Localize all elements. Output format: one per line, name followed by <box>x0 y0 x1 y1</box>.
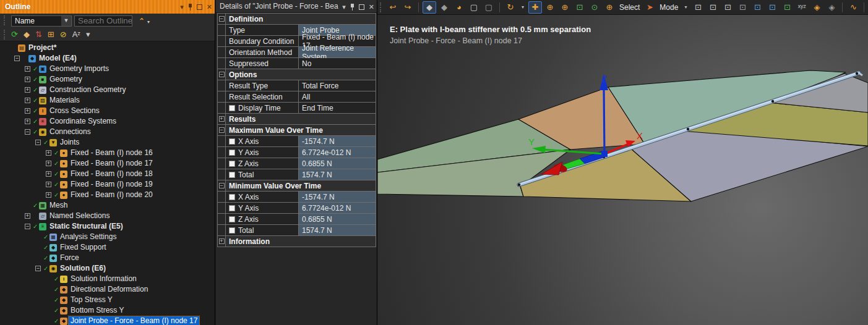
expand-icon[interactable]: + <box>46 171 51 177</box>
tree-item-geometry[interactable]: +✓■Geometry <box>0 74 215 85</box>
property-value[interactable]: 1574.7 N <box>299 225 376 235</box>
maximize-icon[interactable] <box>359 4 364 10</box>
tree-item-coordinate-systems[interactable]: +✓✳Coordinate Systems <box>0 116 215 127</box>
collapse-icon[interactable]: − <box>219 72 225 77</box>
tree-item-force[interactable]: ✓◆Force <box>0 253 215 263</box>
details-row-result-type[interactable]: Result TypeTotal Force <box>218 80 376 91</box>
chevron-down-icon[interactable]: ▼ <box>61 16 71 26</box>
zoom-scroll-icon[interactable]: ⊕ <box>603 1 616 14</box>
tree-item-static-structural-e5[interactable]: −✓≡Static Structural (E5) <box>0 221 215 232</box>
collapse-icon[interactable]: − <box>219 16 225 22</box>
checkbox[interactable] <box>229 105 235 111</box>
details-section-minimum-value-over-time[interactable]: −Minimum Value Over Time <box>218 180 376 192</box>
property-value[interactable]: 6.7724e-012 N <box>299 147 376 158</box>
extend-selection-icon[interactable]: ⊡ <box>750 1 764 14</box>
viewports-icon[interactable]: ◕ <box>452 1 466 14</box>
mode-caret-icon[interactable]: ▾ <box>682 1 689 14</box>
label-select[interactable]: Select <box>619 3 640 12</box>
drag-grip[interactable] <box>380 2 382 12</box>
outline-panel-header[interactable]: Outline ▾ ✕ <box>0 0 215 14</box>
tree-item-geometry-imports[interactable]: +✓▣Geometry Imports <box>0 64 215 74</box>
property-value[interactable]: 1574.7 N <box>299 169 376 180</box>
close-icon[interactable]: ✕ <box>369 0 374 14</box>
tree-item-project[interactable]: ✓▤Project* <box>0 43 215 53</box>
property-value[interactable]: 0.6855 N <box>299 214 376 224</box>
zoom-forward-icon[interactable]: ↪ <box>401 1 415 14</box>
maximize-icon[interactable] <box>197 4 202 10</box>
checkbox[interactable] <box>229 138 235 145</box>
eraser-icon[interactable]: ◆ <box>24 28 30 41</box>
expand-icon[interactable]: + <box>46 192 51 198</box>
zoom-fit-icon[interactable]: ⊙ <box>588 1 601 14</box>
collapse-icon[interactable]: − <box>14 56 20 61</box>
details-row-total[interactable]: Total1574.7 N <box>218 169 376 180</box>
iso-view-icon[interactable]: ◆ <box>423 1 436 14</box>
close-icon[interactable]: ✕ <box>207 0 212 14</box>
details-row-suppressed[interactable]: SuppressedNo <box>218 58 376 69</box>
panel-menu-caret-icon[interactable]: ▾ <box>180 0 184 14</box>
details-row-y-axis[interactable]: Y Axis6.7724e-012 N <box>218 203 376 214</box>
expand-icon[interactable]: + <box>25 77 30 82</box>
tree-item-fixed-beam-i-node-17[interactable]: +✓●Fixed - Beam (I) node 17 <box>0 158 215 169</box>
property-value[interactable]: -1574.7 N <box>299 192 376 202</box>
expand-icon[interactable]: + <box>219 238 225 244</box>
select-cursor-icon[interactable]: ➤ <box>643 1 656 14</box>
checkbox[interactable] <box>229 216 235 222</box>
expand-icon[interactable]: + <box>25 119 30 124</box>
pin-icon[interactable] <box>188 4 192 11</box>
look-at-icon[interactable]: ◆ <box>437 1 451 14</box>
zoom-icon[interactable]: ⊕ <box>543 1 557 14</box>
collapse-up-icon[interactable]: ⌃ <box>139 17 145 25</box>
expand-icon[interactable]: + <box>25 87 30 93</box>
checkbox[interactable] <box>229 161 235 167</box>
sort-arrows-icon[interactable]: ⇅ <box>35 28 42 41</box>
collapse-icon[interactable]: − <box>219 127 225 133</box>
details-section-information[interactable]: +Information <box>218 236 376 247</box>
checkbox[interactable] <box>229 150 235 156</box>
collapse-icon[interactable]: − <box>35 266 41 271</box>
refresh-icon[interactable]: ⟳ <box>11 28 18 41</box>
tree-item-mesh[interactable]: ✓▦Mesh <box>0 200 215 211</box>
property-value[interactable]: 6.7724e-012 N <box>299 203 376 213</box>
details-row-x-axis[interactable]: X Axis-1574.7 N <box>218 192 376 203</box>
zoom-in-icon[interactable]: ⊕ <box>558 1 572 14</box>
collapse-icon[interactable]: − <box>35 140 41 145</box>
select-mesh-icon[interactable]: ⊡ <box>765 1 779 14</box>
expand-icon[interactable]: + <box>25 66 30 72</box>
tree-item-model-e4[interactable]: −✓◆Model (E4) <box>0 53 215 64</box>
chart-icon[interactable]: ∿ <box>846 1 860 14</box>
details-section-maximum-value-over-time[interactable]: −Maximum Value Over Time <box>218 125 376 136</box>
property-value[interactable]: Total Force <box>299 80 376 91</box>
collapse-icon[interactable]: − <box>219 183 225 188</box>
tree-item-solution-information[interactable]: ✓iSolution Information <box>0 274 215 284</box>
select-edge-icon[interactable]: ⊡ <box>706 1 720 14</box>
box-zoom-icon[interactable]: ⊡ <box>573 1 587 14</box>
tree-item-fixed-beam-i-node-19[interactable]: +✓●Fixed - Beam (I) node 19 <box>0 179 215 190</box>
coordinates-icon[interactable]: ˣʸᶻ <box>795 1 809 14</box>
select-add-icon[interactable]: ▢ <box>482 1 496 14</box>
details-row-y-axis[interactable]: Y Axis6.7724e-012 N <box>218 147 376 158</box>
drag-grip[interactable] <box>4 30 6 40</box>
checkbox[interactable] <box>229 172 235 178</box>
tree-item-connections[interactable]: −✓◉Connections <box>0 127 215 137</box>
model-3d-view[interactable]: Z X Y <box>377 65 868 310</box>
expand-icon[interactable]: + <box>46 182 51 187</box>
details-section-definition[interactable]: −Definition <box>218 14 376 25</box>
tree-item-analysis-settings[interactable]: ✓▦Analysis Settings <box>0 232 215 242</box>
tree-item-fixed-beam-i-node-16[interactable]: +✓●Fixed - Beam (I) node 16 <box>0 148 215 158</box>
expand-all-icon[interactable]: ⊞ <box>48 28 54 41</box>
tree-item-joints[interactable]: −✓▼Joints <box>0 137 215 148</box>
details-row-x-axis[interactable]: X Axis-1574.7 N <box>218 136 376 147</box>
select-named-icon[interactable]: ⊡ <box>780 1 794 14</box>
pan-icon[interactable]: ✚ <box>528 1 542 14</box>
details-row-z-axis[interactable]: Z Axis0.6855 N <box>218 214 376 225</box>
property-value[interactable]: End Time <box>299 103 376 113</box>
collapse-icon[interactable]: − <box>25 224 30 229</box>
tree-item-fixed-support[interactable]: ✓◆Fixed Support <box>0 242 215 253</box>
details-row-result-selection[interactable]: Result SelectionAll <box>218 91 376 103</box>
graphics-scene[interactable]: E: Plate with I-beam stiffener with 0.5 … <box>377 15 868 325</box>
tree-item-fixed-beam-i-node-20[interactable]: +✓●Fixed - Beam (I) node 20 <box>0 190 215 200</box>
details-section-options[interactable]: −Options <box>218 69 376 80</box>
filter-suppressed-icon[interactable]: ⊘ <box>60 28 67 41</box>
details-row-orientation-method[interactable]: Orientation MethodJoint Reference System <box>218 47 376 58</box>
